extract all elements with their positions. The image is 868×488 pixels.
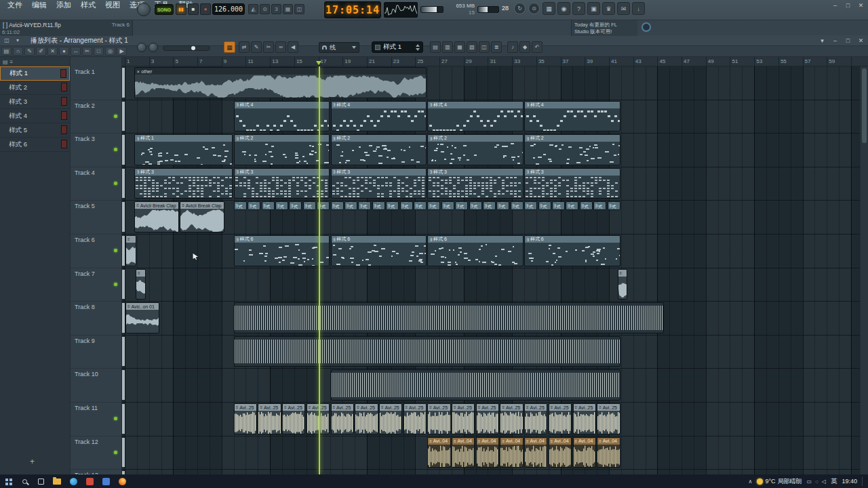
timer-icon[interactable]: ⊙ <box>528 3 540 14</box>
audio-clip[interactable]: ≡ <box>136 269 146 300</box>
audio-clip[interactable]: ≡Avi..25 <box>379 403 402 434</box>
audio-clip[interactable]: ≡Avi..25 <box>282 403 305 434</box>
track-lane[interactable]: ≡≡ <box>122 268 860 302</box>
magnet-icon[interactable]: ∩ <box>13 47 23 56</box>
channel-rack-button[interactable]: ▦ <box>224 41 235 53</box>
pattern-clip[interactable]: ∃样式 5 <box>386 201 399 210</box>
scrollbar-thumb[interactable] <box>862 68 867 143</box>
pattern-clip[interactable]: ∃样式 3 <box>331 168 427 199</box>
mic-icon[interactable]: ◉ <box>557 2 570 15</box>
audio-clip[interactable]: ≡Avi..04 <box>524 437 547 468</box>
pattern-clip[interactable]: ∃样式 3 <box>524 168 620 199</box>
pause-button[interactable]: ▮▮ <box>176 3 186 15</box>
fl-logo-knob[interactable] <box>137 3 151 16</box>
metronome-icon[interactable]: ◭ <box>248 4 258 14</box>
maximize-button[interactable]: □ <box>842 36 854 45</box>
audio-clip[interactable]: ≡Avic..on 01 <box>125 302 160 333</box>
delete-icon[interactable]: ✕ <box>47 47 58 56</box>
battery-icon[interactable]: ▭ <box>806 479 812 485</box>
audio-clip[interactable]: ≡Avicii Break Clap <box>180 201 224 232</box>
record-led[interactable] <box>114 148 117 151</box>
audio-clip[interactable]: ≡Avi..04 <box>500 437 523 468</box>
pattern-list-item[interactable]: 样式 1 <box>0 66 70 81</box>
pattern-clip[interactable]: ∃样式 5 <box>483 201 496 210</box>
mixer-icon[interactable]: ▧ <box>467 41 477 53</box>
audio-clip[interactable]: ≡Avi..25 <box>476 403 499 434</box>
song-mode-toggle[interactable]: SONG <box>155 4 174 15</box>
pattern-down-icon[interactable] <box>416 48 420 51</box>
audio-clip[interactable]: ≡Avi..25 <box>355 403 378 434</box>
picker-grip-icon[interactable]: ▤ <box>3 59 8 65</box>
pattern-clip[interactable]: ∃样式 3 <box>134 168 233 199</box>
track-header[interactable]: Track 12 <box>71 436 122 470</box>
playlist-view-icon[interactable]: ▤ <box>430 41 441 53</box>
pattern-list-item[interactable]: 样式 6 <box>0 138 70 152</box>
pattern-clip[interactable]: ∃样式 6 <box>331 235 427 266</box>
task-view-button[interactable] <box>33 474 49 488</box>
pattern-clip[interactable]: ∃样式 5 <box>524 201 537 210</box>
track-lane[interactable] <box>122 470 860 474</box>
pattern-clip[interactable]: ∃样式 5 <box>289 201 302 210</box>
pattern-clip[interactable]: ∃样式 5 <box>275 201 288 210</box>
channel-rack-icon[interactable]: ▦ <box>454 41 465 53</box>
record-led[interactable] <box>114 182 117 185</box>
tempo-display[interactable]: 126.000 <box>212 3 245 15</box>
pattern-color-chip[interactable] <box>61 140 67 148</box>
playhead-line[interactable] <box>319 66 320 474</box>
chat-icon[interactable]: ✉ <box>617 2 630 15</box>
pattern-clip[interactable]: ∃样式 5 <box>303 201 316 210</box>
pattern-clip[interactable]: ∃样式 5 <box>358 201 371 210</box>
track-lane[interactable] <box>122 336 860 369</box>
pattern-list-item[interactable]: 样式 3 <box>0 95 70 109</box>
playhead-marker-icon[interactable] <box>316 61 321 65</box>
playlist-options-icon[interactable]: ◫ <box>2 37 12 45</box>
draw-icon[interactable]: ✎ <box>24 47 35 56</box>
record-button[interactable]: ● <box>200 3 211 15</box>
pattern-list-item[interactable]: 样式 2 <box>0 81 70 95</box>
pattern-color-chip[interactable] <box>61 125 67 134</box>
pattern-clip[interactable]: ∃样式 5 <box>511 201 524 210</box>
menu-item[interactable]: 编辑 <box>27 0 52 10</box>
menu-item[interactable]: 视图 <box>100 0 125 10</box>
update-notice[interactable]: Today 有更新的 FL Studio 版本可用! <box>571 20 637 36</box>
track-header[interactable]: Track 1 <box>71 66 122 100</box>
track-lane[interactable]: ∃样式 4∃样式 4∃样式 4∃样式 4 <box>122 100 860 134</box>
pattern-clip[interactable]: ∃样式 5 <box>331 201 344 210</box>
pattern-clip[interactable]: ∃样式 1 <box>134 134 233 165</box>
pattern-selector[interactable]: 样式 1 <box>372 41 423 53</box>
pattern-list-item[interactable]: 样式 4 <box>0 109 70 123</box>
pattern-clip[interactable]: ∃样式 3 <box>427 168 524 199</box>
audio-clip[interactable]: ≡Avi..04 <box>573 437 596 468</box>
app-blue-icon[interactable] <box>98 474 114 488</box>
pattern-clip[interactable]: ∃样式 5 <box>414 201 427 210</box>
track-header[interactable]: Track 11 <box>71 403 122 436</box>
track-header[interactable]: Track 4 <box>71 167 122 201</box>
audio-clip[interactable]: ≡Avi..04 <box>427 437 450 468</box>
audio-clip[interactable]: ≡Avi..25 <box>258 403 281 434</box>
pattern-clip[interactable]: ∃样式 5 <box>427 201 440 210</box>
pencil-icon[interactable]: ✎ <box>251 41 262 53</box>
stop-button[interactable]: ■ <box>188 3 199 15</box>
record-led[interactable] <box>114 115 117 118</box>
slice-icon[interactable]: ✂ <box>263 41 274 53</box>
plugin-icon[interactable]: ≣ <box>491 41 502 53</box>
detach-button[interactable]: ▾ <box>816 36 828 45</box>
track-lane[interactable] <box>122 369 860 403</box>
pattern-clip[interactable]: ∃样式 6 <box>234 235 330 266</box>
pattern-clip[interactable]: ∃样式 5 <box>234 201 247 210</box>
track-lane[interactable]: ≡Avi..04≡Avi..04≡Avi..04≡Avi..04≡Avi..04… <box>122 436 860 470</box>
pattern-clip[interactable]: ∃样式 2 <box>331 134 427 165</box>
detach-icon[interactable]: ▾ <box>13 37 22 45</box>
tempo-tap-icon[interactable]: ♪ <box>507 41 518 53</box>
download-icon[interactable]: ↓ <box>632 2 645 15</box>
minimize-button[interactable]: ‒ <box>829 1 841 9</box>
taskbar-clock[interactable]: 19:40 <box>842 478 857 485</box>
undo-icon[interactable]: ↶ <box>532 41 542 53</box>
pattern-clip[interactable]: ∃样式 5 <box>441 201 454 210</box>
record-led[interactable] <box>114 417 117 420</box>
shuffle-slider[interactable] <box>163 45 210 51</box>
pattern-clip[interactable]: ∃样式 4 <box>427 101 524 132</box>
audio-clip[interactable]: ≡Avi..25 <box>549 403 572 434</box>
track-header[interactable]: Track 8 <box>71 302 122 336</box>
help-icon[interactable]: ? <box>572 2 585 15</box>
